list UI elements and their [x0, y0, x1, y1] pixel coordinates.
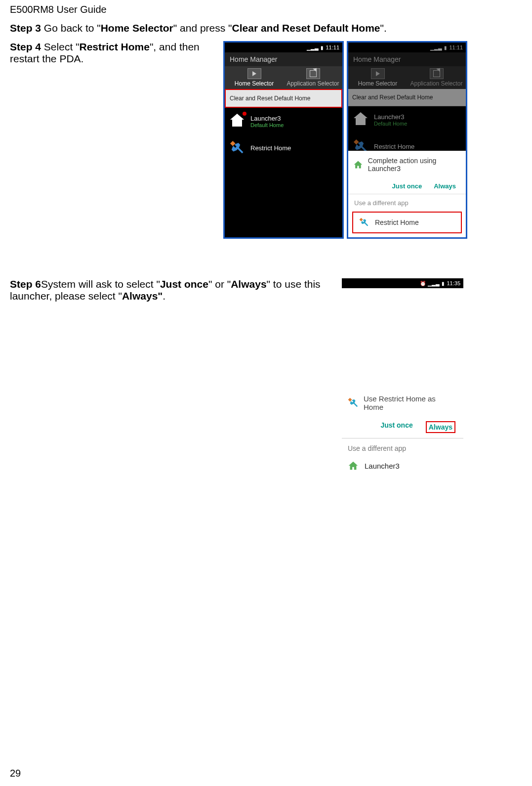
use-different-app-label: Use a different app: [342, 438, 463, 454]
action-popup: Complete action using Launcher3 Just onc…: [348, 151, 466, 237]
launcher3-item[interactable]: Launcher3 Default Home: [225, 108, 342, 134]
status-bar: ▁▂▃ ▮ 11:11: [225, 43, 342, 52]
tab-home-selector[interactable]: Home Selector: [225, 66, 284, 89]
status-time: 11:35: [447, 280, 460, 286]
tab-application-selector[interactable]: Application Selector: [284, 66, 342, 89]
status-bar: ▁▂▃ ▮ 11:11: [348, 43, 466, 52]
step3-text: Step 3 Go back to "Home Selector" and pr…: [10, 22, 522, 34]
tab-home-selector[interactable]: Home Selector: [348, 66, 407, 89]
share-icon: [306, 68, 320, 79]
share-icon: [430, 68, 444, 79]
app-title: Home Manager: [348, 52, 466, 66]
status-bar: ⏰ ▁▂▃ ▮ 11:35: [342, 278, 463, 288]
popup-title: Use Restrict Home as Home: [364, 394, 457, 411]
screenshot-phone-1: ▁▂▃ ▮ 11:11 Home Manager Home Selector A…: [223, 41, 344, 239]
svg-rect-1: [354, 139, 359, 145]
battery-icon: ▮: [321, 45, 324, 50]
launcher3-item[interactable]: Launcher3 Default Home: [348, 106, 466, 133]
home-icon: [353, 159, 363, 170]
status-time: 11:11: [449, 44, 463, 50]
screenshot-phone-2: ▁▂▃ ▮ 11:11 Home Manager Home Selector A…: [347, 41, 467, 239]
screenshot-phone-3: ⏰ ▁▂▃ ▮ 11:35 Use Restrict Home as Home …: [342, 278, 463, 477]
home-icon: [229, 113, 246, 130]
tools-icon: [359, 218, 369, 227]
home-chooser-popup: Use Restrict Home as Home Just once Alwa…: [342, 388, 463, 477]
popup-title: Complete action using Launcher3: [368, 157, 461, 173]
signal-icon: ▁▂▃: [430, 45, 442, 50]
svg-rect-0: [230, 141, 236, 146]
tab-application-selector[interactable]: Application Selector: [407, 66, 466, 89]
restrict-home-item[interactable]: Restrict Home: [225, 134, 342, 161]
clear-reset-button[interactable]: Clear and Reset Default Home: [225, 89, 342, 108]
battery-icon: ▮: [442, 281, 445, 286]
play-icon: [247, 68, 261, 79]
step4-text: Step 4 Select "Restrict Home", and then …: [10, 41, 217, 65]
tools-icon: [348, 397, 359, 408]
alarm-icon: ⏰: [420, 281, 426, 286]
use-different-app-label: Use a different app: [348, 194, 466, 210]
status-time: 11:11: [326, 44, 339, 50]
page-number: 29: [10, 768, 21, 779]
svg-rect-2: [360, 218, 363, 221]
launcher3-option[interactable]: Launcher3: [342, 454, 463, 477]
svg-rect-3: [348, 398, 352, 402]
play-icon: [371, 68, 385, 79]
just-once-button[interactable]: Just once: [392, 182, 422, 190]
app-title: Home Manager: [225, 52, 342, 66]
restrict-home-option[interactable]: Restrict Home: [352, 212, 462, 233]
always-button[interactable]: Always: [426, 421, 455, 433]
clear-reset-button[interactable]: Clear and Reset Default Home: [348, 89, 466, 106]
just-once-button[interactable]: Just once: [380, 421, 412, 433]
tools-icon: [229, 139, 246, 156]
doc-header: E500RM8 User Guide: [10, 4, 522, 15]
home-icon: [352, 111, 369, 128]
battery-icon: ▮: [444, 45, 447, 50]
home-icon: [348, 460, 359, 471]
always-button[interactable]: Always: [434, 182, 456, 190]
signal-icon: ▁▂▃: [428, 281, 440, 286]
step6-text: Step 6System will ask to select "Just on…: [10, 278, 336, 302]
signal-icon: ▁▂▃: [307, 45, 319, 50]
